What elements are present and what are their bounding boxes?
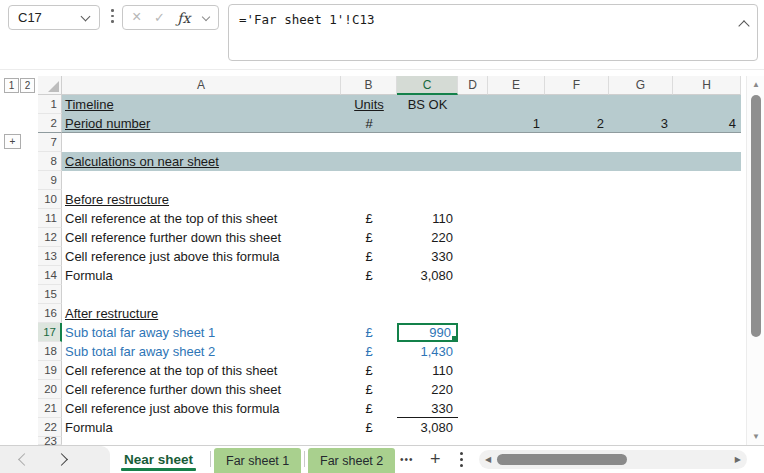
cell-H18[interactable] (673, 342, 741, 361)
enter-icon[interactable]: ✓ (154, 11, 165, 24)
cell-C8[interactable] (397, 152, 458, 171)
column-header-C[interactable]: C (397, 76, 458, 95)
cell-B23[interactable] (341, 437, 397, 445)
column-header-D[interactable]: D (458, 76, 488, 95)
name-box-dropdown-icon[interactable] (81, 12, 91, 22)
cell-G15[interactable] (609, 285, 673, 304)
cell-G16[interactable] (609, 304, 673, 323)
column-header-H[interactable]: H (673, 76, 741, 95)
cell-E17[interactable] (488, 323, 545, 342)
cell-E19[interactable] (488, 361, 545, 380)
cell-H1[interactable] (673, 95, 741, 114)
more-tabs-icon[interactable]: ••• (400, 446, 414, 473)
cell-B10[interactable] (341, 190, 397, 209)
cell-D15[interactable] (458, 285, 488, 304)
cell-A16[interactable]: After restructure (62, 304, 341, 323)
cell-G23[interactable] (609, 437, 673, 445)
cell-H15[interactable] (673, 285, 741, 304)
cell-H8[interactable] (673, 152, 741, 171)
cell-E23[interactable] (488, 437, 545, 445)
cell-A13[interactable]: Cell reference just above this formula (62, 247, 341, 266)
cell-A22[interactable]: Formula (62, 418, 341, 437)
cell-H13[interactable] (673, 247, 741, 266)
scroll-right-icon[interactable]: ▶ (735, 450, 741, 469)
formula-bar-splitter-icon[interactable] (111, 9, 114, 23)
cell-F18[interactable] (545, 342, 609, 361)
cell-F11[interactable] (545, 209, 609, 228)
cell-E21[interactable] (488, 399, 545, 418)
cell-G1[interactable] (609, 95, 673, 114)
row-header-21[interactable]: 21 (38, 399, 62, 418)
row-header-18[interactable]: 18 (38, 342, 62, 361)
column-header-B[interactable]: B (341, 76, 397, 95)
cell-A10[interactable]: Before restructure (62, 190, 341, 209)
cell-H20[interactable] (673, 380, 741, 399)
row-header-11[interactable]: 11 (38, 209, 62, 228)
select-all-button[interactable] (38, 76, 62, 95)
cell-H2[interactable]: 4 (673, 114, 741, 133)
cell-D22[interactable] (458, 418, 488, 437)
cell-G8[interactable] (609, 152, 673, 171)
cell-B8[interactable] (341, 152, 397, 171)
cell-B20[interactable]: £ (341, 380, 397, 399)
cell-D16[interactable] (458, 304, 488, 323)
row-header-15[interactable]: 15 (38, 285, 62, 304)
cell-D13[interactable] (458, 247, 488, 266)
cell-F15[interactable] (545, 285, 609, 304)
cell-G18[interactable] (609, 342, 673, 361)
cell-F21[interactable] (545, 399, 609, 418)
cell-E18[interactable] (488, 342, 545, 361)
cell-A14[interactable]: Formula (62, 266, 341, 285)
cell-D10[interactable] (458, 190, 488, 209)
cell-C23[interactable] (397, 437, 458, 445)
cell-C10[interactable] (397, 190, 458, 209)
cell-H10[interactable] (673, 190, 741, 209)
cell-F16[interactable] (545, 304, 609, 323)
cell-D23[interactable] (458, 437, 488, 445)
cell-G21[interactable] (609, 399, 673, 418)
row-header-14[interactable]: 14 (38, 266, 62, 285)
row-header-2[interactable]: 2 (38, 114, 62, 133)
cell-F17[interactable] (545, 323, 609, 342)
cell-H19[interactable] (673, 361, 741, 380)
cell-A19[interactable]: Cell reference at the top of this sheet (62, 361, 341, 380)
cell-A2[interactable]: Period number (62, 114, 341, 133)
vertical-scrollbar[interactable]: ▲ ▼ (746, 76, 764, 445)
cell-B2[interactable]: # (341, 114, 397, 133)
cell-G12[interactable] (609, 228, 673, 247)
horizontal-scrollbar-thumb[interactable] (497, 454, 627, 465)
insert-function-icon[interactable]: ƒx (177, 10, 190, 26)
cell-E1[interactable] (488, 95, 545, 114)
outline-level-1-button[interactable]: 1 (4, 78, 19, 93)
cell-E16[interactable] (488, 304, 545, 323)
cell-D20[interactable] (458, 380, 488, 399)
cell-A21[interactable]: Cell reference just above this formula (62, 399, 341, 418)
cell-C7[interactable] (397, 133, 458, 152)
row-header-9[interactable]: 9 (38, 171, 62, 190)
cell-C21[interactable]: 330 (397, 399, 458, 418)
cell-E2[interactable]: 1 (488, 114, 545, 133)
cell-B15[interactable] (341, 285, 397, 304)
cell-C2[interactable] (397, 114, 458, 133)
cell-F13[interactable] (545, 247, 609, 266)
cell-G20[interactable] (609, 380, 673, 399)
row-header-17[interactable]: 17 (38, 323, 62, 342)
cell-B17[interactable]: £ (341, 323, 397, 342)
cell-G10[interactable] (609, 190, 673, 209)
cell-B19[interactable]: £ (341, 361, 397, 380)
row-header-12[interactable]: 12 (38, 228, 62, 247)
cell-B18[interactable]: £ (341, 342, 397, 361)
cell-E12[interactable] (488, 228, 545, 247)
cell-E22[interactable] (488, 418, 545, 437)
cell-E9[interactable] (488, 171, 545, 190)
cell-D14[interactable] (458, 266, 488, 285)
cell-A15[interactable] (62, 285, 341, 304)
scroll-up-icon[interactable]: ▲ (747, 80, 764, 89)
formula-input[interactable]: ='Far sheet 1'!C13 (228, 4, 758, 61)
cell-E7[interactable] (488, 133, 545, 152)
cell-C15[interactable] (397, 285, 458, 304)
cell-G13[interactable] (609, 247, 673, 266)
cell-G22[interactable] (609, 418, 673, 437)
cell-E15[interactable] (488, 285, 545, 304)
cell-H9[interactable] (673, 171, 741, 190)
